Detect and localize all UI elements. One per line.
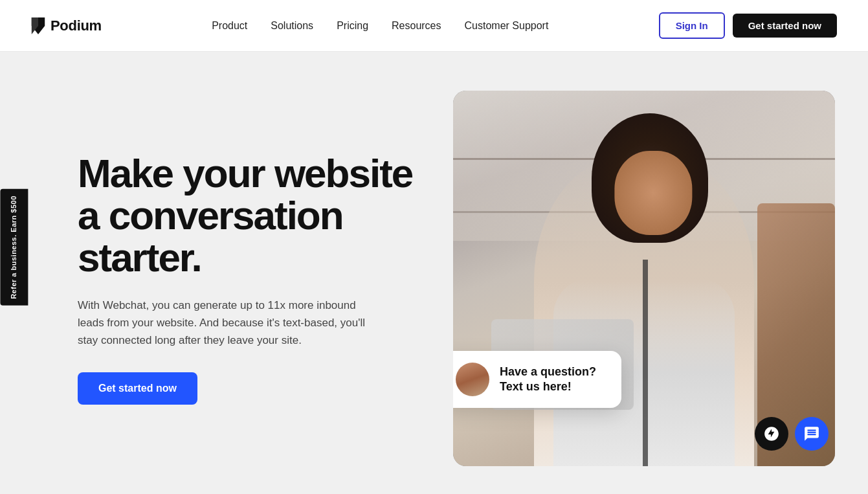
nav-item-resources[interactable]: Resources: [392, 20, 441, 32]
nav-links: Product Solutions Pricing Resources Cust…: [212, 20, 548, 32]
hero-photo-bg: [453, 91, 835, 466]
signin-button[interactable]: Sign In: [659, 12, 725, 39]
nav-actions: Sign In Get started now: [659, 12, 837, 39]
hero-content: Make your website a conversation starter…: [78, 152, 414, 405]
hero-section: Make your website a conversation starter…: [0, 52, 868, 494]
chat-text-line1: Have a question?: [500, 365, 596, 378]
nav-item-solutions[interactable]: Solutions: [271, 20, 313, 32]
hero-heading: Make your website a conversation starter…: [78, 152, 414, 278]
chat-icon-blue[interactable]: [795, 417, 829, 451]
logo-text: Podium: [50, 17, 102, 34]
nav-item-customer-support[interactable]: Customer Support: [465, 20, 549, 32]
chat-text: Have a question? Text us here!: [500, 365, 596, 395]
chat-avatar-image: [456, 363, 489, 396]
side-referral-tab[interactable]: Refer a business. Earn $500: [0, 189, 28, 306]
hero-image-container: Have a question? Text us here!: [453, 91, 835, 466]
hero-subtext: With Webchat, you can generate up to 11x…: [78, 297, 375, 350]
logo-link[interactable]: Podium: [31, 17, 102, 34]
nav-item-product[interactable]: Product: [212, 20, 247, 32]
chat-icon-dark-symbol: [763, 425, 780, 442]
podium-logo-icon: [31, 17, 45, 34]
chat-icon-dark[interactable]: [755, 417, 788, 451]
chat-bubble: Have a question? Text us here!: [453, 351, 621, 408]
get-started-hero-button[interactable]: Get started now: [78, 372, 197, 405]
nav-item-pricing[interactable]: Pricing: [337, 20, 368, 32]
navbar: Podium Product Solutions Pricing Resourc…: [0, 0, 868, 52]
side-referral-label: Refer a business. Earn $500: [0, 189, 28, 306]
chat-text-line2: Text us here!: [500, 380, 572, 393]
person-face: [614, 151, 692, 235]
apron-strap: [643, 260, 648, 466]
chat-bubble-icon: [803, 425, 820, 442]
hero-image-area: Have a question? Text us here!: [453, 91, 835, 466]
chat-avatar: [456, 363, 489, 396]
get-started-nav-button[interactable]: Get started now: [733, 14, 837, 38]
